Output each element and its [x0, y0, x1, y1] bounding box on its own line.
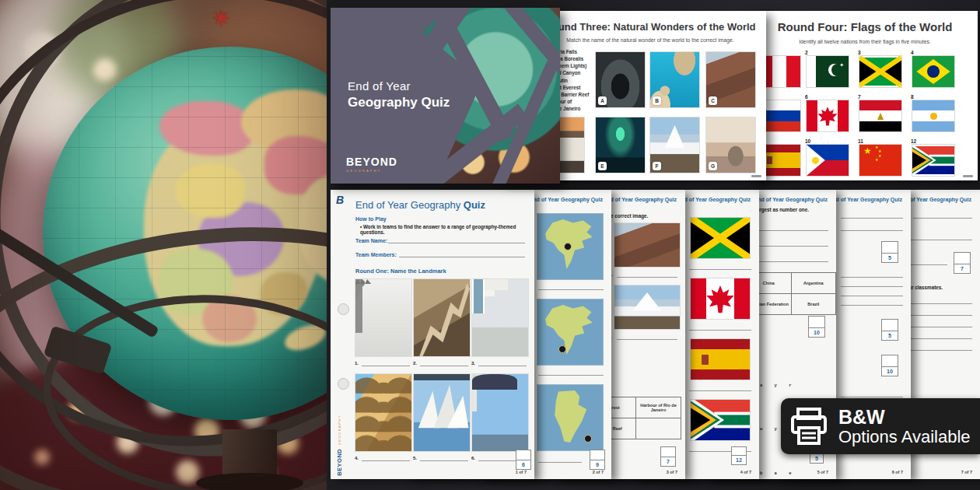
score-box: 12: [731, 446, 747, 465]
answer-number: 1.: [355, 361, 359, 366]
page-number: 4 of 7: [740, 470, 751, 474]
page-number: 1 of 7: [516, 470, 527, 474]
team-members-line[interactable]: [399, 257, 525, 257]
flag-number: 3: [858, 50, 861, 55]
how-to-play-label: How to Play: [355, 216, 387, 222]
wonder-image-everest: [614, 285, 681, 330]
team-members-label: Team Members:: [355, 252, 397, 257]
landmark-taj-mahal: [471, 278, 529, 357]
flag-south-africa: [691, 400, 750, 440]
answer-number: 2.: [413, 361, 417, 366]
page-number: 6 of 7: [892, 470, 903, 474]
wonder-image-aurora: E: [595, 117, 646, 173]
team-name-label: Team Name:: [355, 238, 387, 243]
map-north-america: [537, 299, 604, 366]
page-header: End of Year Geography Quiz: [754, 197, 828, 202]
beyond-logo-text: BEYOND: [346, 156, 397, 168]
image-label: F: [653, 162, 661, 170]
wonder-image-everest: F: [649, 117, 700, 173]
flag-china: ★ ★ ★ ★ ★: [859, 145, 901, 176]
score-box: 7: [660, 446, 676, 467]
hole-punch: [338, 378, 349, 390]
image-label: B: [653, 96, 661, 105]
landmark-statue-of-liberty: [355, 278, 412, 357]
image-label: C: [709, 96, 717, 105]
image-label: A: [598, 96, 607, 105]
round3-subtitle: Match the name of the natural wonder of …: [541, 37, 760, 43]
team-name-line[interactable]: [388, 243, 525, 243]
map-marker: [564, 243, 572, 250]
photo-vignette: [0, 0, 327, 490]
cover-heading: End of Year Geography Quiz: [348, 79, 450, 110]
wonder-image-reef: B: [649, 51, 700, 108]
flag-pakistan: ✦: [807, 56, 849, 87]
badge-title: B&W: [838, 407, 971, 427]
landmark-christ-the-redeemer: [471, 373, 529, 452]
wonder-image-canyon: [614, 222, 681, 268]
score-box: 6: [516, 450, 531, 470]
score-box: 7: [954, 252, 971, 274]
worksheet-page-1: B BEYOND GEOGRAPHY End of Year Geography…: [331, 190, 534, 479]
flag-jamaica: [859, 56, 901, 87]
flag-number: 2: [805, 50, 808, 55]
flag-brazil: [912, 56, 954, 87]
score-box: 5: [881, 319, 898, 341]
product-preview: ✷ End of Year Geography Quiz BEYOND GEOG…: [0, 0, 980, 490]
beyond-vertical-brand: BEYOND GEOGRAPHY: [334, 415, 346, 476]
image-label: G: [709, 162, 717, 170]
wonder-image-canyon: C: [705, 51, 756, 108]
landmark-great-wall: [413, 278, 471, 357]
round4-title: Round Four: Flags of the World: [758, 20, 971, 33]
score-box: 10: [808, 316, 825, 338]
map-north-america: [537, 213, 604, 280]
page-title: End of Year Geography Quiz: [355, 199, 485, 211]
instruction-fragment: the correct image.: [606, 213, 648, 219]
bw-options-badge: B&W Options Available: [781, 398, 980, 454]
round3-title: Round Three: Natural Wonders of the Worl…: [541, 21, 760, 33]
badge-text: B&W Options Available: [838, 407, 971, 445]
flag-number: 7: [858, 94, 861, 100]
flag-number: 11: [858, 138, 863, 144]
map-africa: [537, 384, 604, 451]
badge-subtitle: Options Available: [838, 428, 971, 446]
page-header: End of Year Geography Quiz: [530, 197, 603, 202]
score-box: 9: [590, 450, 605, 470]
page-number: 3 of 7: [667, 470, 677, 474]
hole-punch: [338, 303, 349, 315]
page-header: End of Year Geography Quiz: [829, 197, 902, 202]
flag-egypt: [859, 100, 901, 131]
flag-number: 10: [805, 138, 810, 144]
beyond-b-logo: B: [336, 194, 344, 206]
flag-number: 8: [911, 94, 914, 100]
answer-number: 4.: [355, 456, 359, 460]
cover-kicker: End of Year: [348, 79, 450, 93]
how-to-play-bullet: • Work in teams to find the answer to a …: [360, 224, 525, 235]
map-marker: [584, 435, 592, 443]
flag-south-africa: [912, 145, 954, 176]
map-marker: [558, 345, 566, 353]
flag-canada: [691, 278, 750, 319]
landmark-sydney-opera-house: [413, 373, 471, 452]
answer-number: 5.: [413, 456, 417, 460]
globe-photo: ✷: [0, 0, 327, 490]
printer-icon: [789, 406, 829, 446]
image-label: E: [598, 162, 607, 170]
slide-title-cover: End of Year Geography Quiz BEYOND GEOGRA…: [331, 8, 560, 184]
slide-round-four: Round Four: Flags of the World Identify …: [751, 11, 978, 180]
score-box: 10: [881, 355, 898, 376]
page-number: 2 of 7: [593, 470, 604, 474]
cover-title: Geography Quiz: [348, 95, 450, 110]
beyond-logo-sub: GEOGRAPHY: [346, 170, 397, 173]
score-box: 5: [881, 241, 898, 263]
answer-table: ChinaArgentina Russian FederationBrazil: [746, 272, 836, 315]
flag-argentina: [912, 100, 954, 131]
round-one-heading: Round One: Name the Landmark: [355, 268, 446, 275]
instruction-fragment: largest as number one.: [755, 207, 809, 212]
landmark-colosseum: [355, 373, 412, 452]
page-number: 7 of 7: [961, 470, 972, 474]
flag-spain: [691, 339, 750, 380]
answer-number: 3.: [471, 361, 475, 366]
page-header: End of Year Geography Quiz: [604, 197, 677, 202]
page-number: 5 of 7: [817, 470, 828, 474]
page-header: End of Year Geography Quiz: [677, 197, 751, 202]
